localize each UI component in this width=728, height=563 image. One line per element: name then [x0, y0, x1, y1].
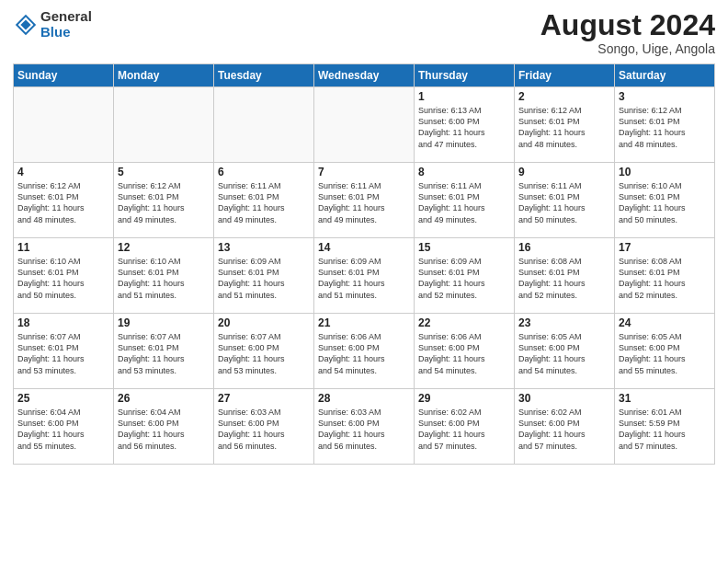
- day-info: Sunrise: 6:07 AM Sunset: 6:00 PM Dayligh…: [218, 331, 310, 376]
- calendar-cell: 19Sunrise: 6:07 AM Sunset: 6:01 PM Dayli…: [114, 314, 214, 389]
- calendar-cell: 14Sunrise: 6:09 AM Sunset: 6:01 PM Dayli…: [314, 238, 415, 314]
- calendar-cell: 17Sunrise: 6:08 AM Sunset: 6:01 PM Dayli…: [615, 238, 715, 314]
- calendar-table: Sunday Monday Tuesday Wednesday Thursday…: [13, 63, 715, 465]
- day-info: Sunrise: 6:12 AM Sunset: 6:01 PM Dayligh…: [118, 180, 210, 225]
- logo-blue: Blue: [40, 25, 92, 40]
- calendar-week-1: 1Sunrise: 6:13 AM Sunset: 6:00 PM Daylig…: [14, 87, 715, 163]
- day-number: 17: [619, 241, 711, 254]
- day-info: Sunrise: 6:10 AM Sunset: 6:01 PM Dayligh…: [619, 180, 711, 225]
- day-number: 14: [318, 241, 410, 254]
- day-number: 26: [118, 392, 210, 405]
- calendar-cell: 11Sunrise: 6:10 AM Sunset: 6:01 PM Dayli…: [14, 238, 114, 314]
- calendar-cell: 25Sunrise: 6:04 AM Sunset: 6:00 PM Dayli…: [14, 389, 114, 465]
- day-number: 18: [17, 316, 109, 329]
- col-monday: Monday: [114, 64, 214, 87]
- calendar-week-5: 25Sunrise: 6:04 AM Sunset: 6:00 PM Dayli…: [14, 389, 715, 465]
- day-number: 6: [218, 166, 310, 178]
- day-info: Sunrise: 6:12 AM Sunset: 6:01 PM Dayligh…: [518, 105, 610, 150]
- calendar-cell: 2Sunrise: 6:12 AM Sunset: 6:01 PM Daylig…: [515, 87, 615, 163]
- calendar-cell: 10Sunrise: 6:10 AM Sunset: 6:01 PM Dayli…: [615, 163, 715, 238]
- day-info: Sunrise: 6:02 AM Sunset: 6:00 PM Dayligh…: [418, 407, 510, 452]
- calendar-header: Sunday Monday Tuesday Wednesday Thursday…: [14, 64, 715, 87]
- calendar-week-2: 4Sunrise: 6:12 AM Sunset: 6:01 PM Daylig…: [14, 163, 715, 238]
- day-info: Sunrise: 6:07 AM Sunset: 6:01 PM Dayligh…: [118, 331, 210, 376]
- calendar-cell: 29Sunrise: 6:02 AM Sunset: 6:00 PM Dayli…: [415, 389, 515, 465]
- col-saturday: Saturday: [615, 64, 715, 87]
- calendar-cell: 31Sunrise: 6:01 AM Sunset: 5:59 PM Dayli…: [615, 389, 715, 465]
- day-info: Sunrise: 6:06 AM Sunset: 6:00 PM Dayligh…: [418, 331, 510, 376]
- day-number: 16: [518, 241, 610, 254]
- location: Songo, Uige, Angola: [540, 41, 715, 56]
- day-number: 27: [218, 392, 310, 405]
- day-number: 9: [518, 166, 610, 178]
- day-info: Sunrise: 6:12 AM Sunset: 6:01 PM Dayligh…: [17, 180, 109, 225]
- col-thursday: Thursday: [415, 64, 515, 87]
- calendar-cell: 15Sunrise: 6:09 AM Sunset: 6:01 PM Dayli…: [415, 238, 515, 314]
- logo-icon: [13, 12, 39, 38]
- calendar-cell: 9Sunrise: 6:11 AM Sunset: 6:01 PM Daylig…: [515, 163, 615, 238]
- header-row: Sunday Monday Tuesday Wednesday Thursday…: [14, 64, 715, 87]
- day-number: 10: [619, 166, 711, 178]
- calendar-week-3: 11Sunrise: 6:10 AM Sunset: 6:01 PM Dayli…: [14, 238, 715, 314]
- day-info: Sunrise: 6:08 AM Sunset: 6:01 PM Dayligh…: [619, 256, 711, 301]
- calendar-cell: 6Sunrise: 6:11 AM Sunset: 6:01 PM Daylig…: [214, 163, 314, 238]
- calendar-cell: 20Sunrise: 6:07 AM Sunset: 6:00 PM Dayli…: [214, 314, 314, 389]
- calendar-cell: 23Sunrise: 6:05 AM Sunset: 6:00 PM Dayli…: [515, 314, 615, 389]
- calendar-cell: [214, 87, 314, 163]
- day-number: 29: [418, 392, 510, 405]
- day-info: Sunrise: 6:11 AM Sunset: 6:01 PM Dayligh…: [418, 180, 510, 225]
- day-number: 2: [518, 90, 610, 103]
- calendar-cell: [114, 87, 214, 163]
- calendar-cell: 16Sunrise: 6:08 AM Sunset: 6:01 PM Dayli…: [515, 238, 615, 314]
- logo-text: General Blue: [40, 9, 92, 40]
- calendar-cell: 21Sunrise: 6:06 AM Sunset: 6:00 PM Dayli…: [314, 314, 415, 389]
- page-container: General Blue August 2024 Songo, Uige, An…: [0, 0, 728, 472]
- calendar-cell: 8Sunrise: 6:11 AM Sunset: 6:01 PM Daylig…: [415, 163, 515, 238]
- day-info: Sunrise: 6:04 AM Sunset: 6:00 PM Dayligh…: [118, 407, 210, 452]
- calendar-cell: 12Sunrise: 6:10 AM Sunset: 6:01 PM Dayli…: [114, 238, 214, 314]
- day-info: Sunrise: 6:05 AM Sunset: 6:00 PM Dayligh…: [518, 331, 610, 376]
- day-number: 19: [118, 316, 210, 329]
- day-info: Sunrise: 6:03 AM Sunset: 6:00 PM Dayligh…: [218, 407, 310, 452]
- day-number: 20: [218, 316, 310, 329]
- day-info: Sunrise: 6:07 AM Sunset: 6:01 PM Dayligh…: [17, 331, 109, 376]
- calendar-cell: 26Sunrise: 6:04 AM Sunset: 6:00 PM Dayli…: [114, 389, 214, 465]
- day-info: Sunrise: 6:09 AM Sunset: 6:01 PM Dayligh…: [318, 256, 410, 301]
- col-sunday: Sunday: [14, 64, 114, 87]
- day-number: 5: [118, 166, 210, 178]
- day-number: 22: [418, 316, 510, 329]
- day-number: 3: [619, 90, 711, 103]
- day-number: 8: [418, 166, 510, 178]
- day-info: Sunrise: 6:12 AM Sunset: 6:01 PM Dayligh…: [619, 105, 711, 150]
- day-number: 25: [17, 392, 109, 405]
- col-friday: Friday: [515, 64, 615, 87]
- day-info: Sunrise: 6:03 AM Sunset: 6:00 PM Dayligh…: [318, 407, 410, 452]
- calendar-cell: 13Sunrise: 6:09 AM Sunset: 6:01 PM Dayli…: [214, 238, 314, 314]
- calendar-cell: 18Sunrise: 6:07 AM Sunset: 6:01 PM Dayli…: [14, 314, 114, 389]
- calendar-cell: 30Sunrise: 6:02 AM Sunset: 6:00 PM Dayli…: [515, 389, 615, 465]
- day-info: Sunrise: 6:01 AM Sunset: 5:59 PM Dayligh…: [619, 407, 711, 452]
- calendar-cell: [314, 87, 415, 163]
- calendar-body: 1Sunrise: 6:13 AM Sunset: 6:00 PM Daylig…: [14, 87, 715, 465]
- page-header: General Blue August 2024 Songo, Uige, An…: [13, 9, 715, 56]
- logo: General Blue: [13, 9, 92, 40]
- calendar-cell: 4Sunrise: 6:12 AM Sunset: 6:01 PM Daylig…: [14, 163, 114, 238]
- day-number: 7: [318, 166, 410, 178]
- day-number: 11: [17, 241, 109, 254]
- day-info: Sunrise: 6:11 AM Sunset: 6:01 PM Dayligh…: [318, 180, 410, 225]
- day-number: 15: [418, 241, 510, 254]
- calendar-cell: 3Sunrise: 6:12 AM Sunset: 6:01 PM Daylig…: [615, 87, 715, 163]
- day-number: 13: [218, 241, 310, 254]
- calendar-cell: 1Sunrise: 6:13 AM Sunset: 6:00 PM Daylig…: [415, 87, 515, 163]
- day-number: 12: [118, 241, 210, 254]
- day-number: 28: [318, 392, 410, 405]
- day-info: Sunrise: 6:05 AM Sunset: 6:00 PM Dayligh…: [619, 331, 711, 376]
- calendar-cell: 24Sunrise: 6:05 AM Sunset: 6:00 PM Dayli…: [615, 314, 715, 389]
- calendar-cell: 28Sunrise: 6:03 AM Sunset: 6:00 PM Dayli…: [314, 389, 415, 465]
- day-info: Sunrise: 6:09 AM Sunset: 6:01 PM Dayligh…: [418, 256, 510, 301]
- day-info: Sunrise: 6:04 AM Sunset: 6:00 PM Dayligh…: [17, 407, 109, 452]
- day-number: 4: [17, 166, 109, 178]
- day-info: Sunrise: 6:09 AM Sunset: 6:01 PM Dayligh…: [218, 256, 310, 301]
- day-number: 24: [619, 316, 711, 329]
- calendar-cell: 27Sunrise: 6:03 AM Sunset: 6:00 PM Dayli…: [214, 389, 314, 465]
